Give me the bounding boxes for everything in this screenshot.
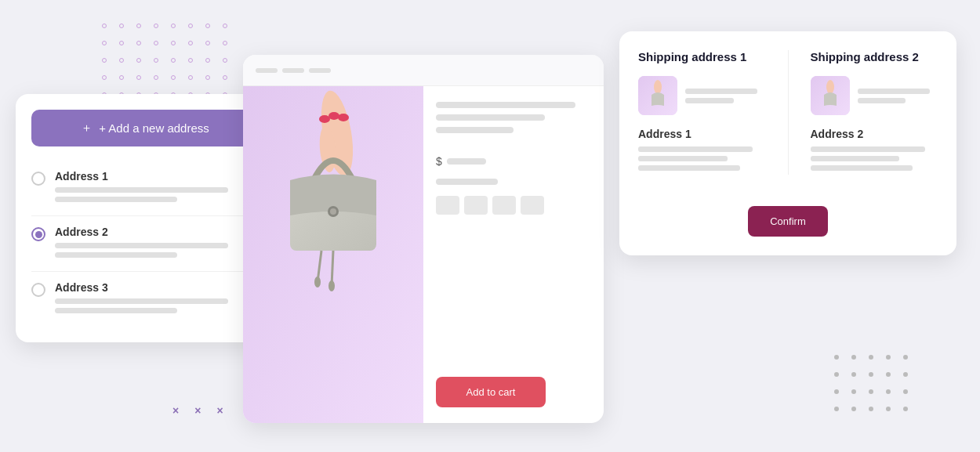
shipping-product-row-1 (638, 76, 766, 115)
add-to-cart-button[interactable]: Add to cart (436, 377, 546, 407)
shipping-thumb-svg-2 (811, 76, 850, 115)
ship-addr1-line3 (638, 165, 740, 171)
address-1-text: Address 1 (55, 170, 259, 206)
bar-placeholder-3 (309, 68, 331, 73)
plus-icon: ＋ (81, 121, 93, 136)
ship-addr2-line2 (811, 156, 900, 161)
svg-point-10 (319, 115, 330, 123)
shipping-product-row-2 (811, 76, 938, 115)
product-details-panel: $ Add to cart (423, 86, 604, 423)
address-list-card: ＋ + Add a new address Address 1 Address … (16, 94, 274, 342)
size-option-4[interactable] (521, 196, 544, 215)
add-address-label: + Add a new address (99, 121, 209, 135)
svg-point-9 (328, 280, 335, 291)
address-3-label: Address 3 (55, 281, 259, 294)
ship-prod-line3 (858, 89, 930, 94)
svg-point-5 (330, 208, 336, 215)
shipping-thumb-svg-1 (638, 76, 677, 115)
confirm-label: Confirm (770, 215, 806, 227)
ship-addr1-line1 (638, 146, 753, 152)
shipping-addr1-label: Address 1 (638, 128, 766, 140)
add-address-button[interactable]: ＋ + Add a new address (31, 110, 259, 146)
shipping-col-1: Shipping address 1 (638, 50, 766, 175)
address-3-text: Address 3 (55, 281, 259, 317)
shipping-addr2-label: Address 2 (811, 128, 938, 140)
svg-point-16 (826, 80, 834, 94)
product-subtitle-line (436, 127, 514, 133)
address-2-line-2 (55, 252, 177, 258)
price-value-bar (447, 158, 486, 165)
shipping-col1-title: Shipping address 1 (638, 50, 766, 63)
x-mark-3: × (216, 404, 223, 417)
svg-point-12 (338, 114, 349, 121)
address-1-line-1 (55, 187, 228, 193)
product-title-line1 (436, 102, 575, 108)
address-3-line-1 (55, 298, 228, 304)
price-dollar-sign: $ (436, 155, 442, 168)
scene: × × × ＋ + Add a new address Address 1 (0, 0, 980, 452)
ship-addr2-line3 (811, 165, 913, 171)
x-mark-2: × (194, 404, 201, 417)
ship-prod-line4 (858, 98, 906, 103)
radio-address-3[interactable] (31, 283, 45, 297)
address-3-line-2 (55, 308, 177, 313)
size-option-1[interactable] (436, 196, 459, 215)
radio-inner-2 (35, 231, 42, 238)
shipping-product-lines-1 (685, 89, 766, 103)
ship-prod-line2 (685, 98, 734, 103)
shipping-col2-title: Shipping address 2 (811, 50, 938, 63)
product-detail-line3 (436, 179, 498, 185)
svg-point-8 (314, 277, 321, 287)
size-selector[interactable] (436, 196, 591, 215)
ship-prod-line1 (685, 89, 757, 94)
product-card: $ Add to cart (243, 55, 604, 423)
handbag-svg (243, 86, 423, 423)
svg-point-11 (328, 112, 339, 120)
price-row: $ (436, 155, 591, 168)
confirm-button[interactable]: Confirm (748, 206, 828, 237)
product-title-line2 (436, 114, 545, 121)
address-item-3[interactable]: Address 3 (31, 272, 259, 327)
address-item-2[interactable]: Address 2 (31, 216, 259, 272)
product-image (243, 86, 423, 423)
shipping-product-thumb-1 (638, 76, 677, 115)
address-2-text: Address 2 (55, 226, 259, 262)
address-item-1[interactable]: Address 1 (31, 161, 259, 216)
shipping-columns: Shipping address 1 (638, 50, 938, 175)
shipping-product-thumb-2 (811, 76, 850, 115)
product-top-bar (243, 55, 604, 86)
x-mark-1: × (172, 404, 179, 417)
ship-addr1-line2 (638, 156, 728, 161)
bar-placeholder-2 (282, 68, 304, 73)
radio-address-2[interactable] (31, 227, 45, 241)
address-1-label: Address 1 (55, 170, 259, 183)
radio-address-1[interactable] (31, 172, 45, 186)
svg-point-14 (654, 80, 662, 94)
shipping-card: Shipping address 1 (619, 31, 956, 255)
address-2-line-1 (55, 243, 228, 248)
product-body: $ Add to cart (243, 86, 604, 423)
size-option-2[interactable] (464, 196, 488, 215)
dot-grid-bottom-right (834, 355, 917, 421)
shipping-product-lines-2 (858, 89, 938, 103)
shipping-col-2: Shipping address 2 (811, 50, 938, 175)
bar-placeholder-1 (256, 68, 278, 73)
address-2-label: Address 2 (55, 226, 259, 238)
address-1-line-2 (55, 197, 177, 202)
add-to-cart-label: Add to cart (466, 386, 516, 398)
shipping-divider (788, 50, 789, 175)
ship-addr2-line1 (811, 146, 925, 152)
x-marks-decoration: × × × (172, 404, 223, 417)
size-option-3[interactable] (492, 196, 516, 215)
